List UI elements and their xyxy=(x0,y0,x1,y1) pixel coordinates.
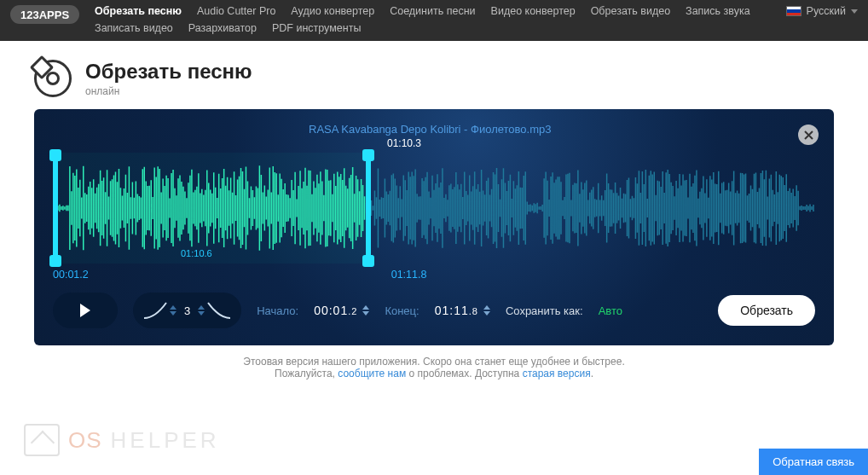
nav-record-video[interactable]: Записать видео xyxy=(95,22,173,34)
playhead-time: 01:10.3 xyxy=(387,137,815,149)
selection-start-handle[interactable] xyxy=(53,153,58,264)
fade-group: 3 xyxy=(133,293,241,328)
report-link[interactable]: сообщите нам xyxy=(338,368,406,379)
nav-audio-converter[interactable]: Аудио конвертер xyxy=(291,5,374,17)
footer-note: Этоовая версия нашего приложения. Скоро … xyxy=(0,356,868,379)
nav-audio-cutter-pro[interactable]: Audio Cutter Pro xyxy=(197,5,275,17)
selection-overlay xyxy=(53,153,366,264)
watermark: OS HELPER xyxy=(24,424,220,456)
nav-cut-song[interactable]: Обрезать песню xyxy=(95,5,182,17)
end-time-stepper[interactable] xyxy=(483,305,490,316)
start-time-field[interactable]: 00:01.2 xyxy=(314,304,369,317)
fade-in-icon[interactable] xyxy=(143,302,167,319)
close-button[interactable] xyxy=(798,125,819,145)
selection-start-time: 00:01.2 xyxy=(53,269,89,281)
close-icon xyxy=(804,130,813,140)
nav-record-audio[interactable]: Запись звука xyxy=(686,5,750,17)
nav-join-songs[interactable]: Соединить песни xyxy=(390,5,475,17)
format-select[interactable]: Авто xyxy=(599,304,622,317)
nav-links: Обрезать песню Audio Cutter Pro Аудио ко… xyxy=(95,5,786,34)
page-header: Обрезать песню онлайн xyxy=(0,41,868,109)
fade-out-icon[interactable] xyxy=(207,302,231,319)
language-label: Русский xyxy=(807,5,846,17)
start-time-stepper[interactable] xyxy=(362,305,369,316)
selection-end-handle[interactable] xyxy=(366,153,371,264)
controls-bar: 3 Начало: 00:01.2 Конец: 01:11.8 Сохрани… xyxy=(53,293,815,328)
page-title: Обрезать песню xyxy=(85,60,252,84)
selection-time-labels: 00:01.2 01:11.8 xyxy=(53,269,815,281)
end-time-field[interactable]: 01:11.8 xyxy=(435,304,490,317)
fade-out-stepper[interactable] xyxy=(198,305,205,316)
play-icon xyxy=(80,304,90,317)
filename-label: RASA Kavabanga Depo Kolibri - Фиолетово.… xyxy=(309,123,551,136)
cursor-icon xyxy=(24,424,60,456)
audio-editor-panel: RASA Kavabanga Depo Kolibri - Фиолетово.… xyxy=(34,109,834,345)
start-field-label: Начало: xyxy=(257,304,298,317)
chevron-down-icon xyxy=(851,9,858,14)
cut-button[interactable]: Обрезать xyxy=(718,295,815,326)
page-subtitle: онлайн xyxy=(85,85,252,97)
nav-video-converter[interactable]: Видео конвертер xyxy=(491,5,576,17)
nav-pdf-tools[interactable]: PDF инструменты xyxy=(272,22,361,34)
flag-icon xyxy=(786,6,801,16)
language-selector[interactable]: Русский xyxy=(786,5,858,17)
old-version-link[interactable]: старая версия xyxy=(523,368,591,379)
feedback-button[interactable]: Обратная связь xyxy=(759,449,868,475)
play-button[interactable] xyxy=(53,293,118,328)
nav-unarchiver[interactable]: Разархиватор xyxy=(188,22,257,34)
save-as-label: Сохранить как: xyxy=(506,304,583,317)
waveform-area[interactable]: 01:10.6 xyxy=(53,153,815,264)
site-logo[interactable]: 123APPS xyxy=(10,5,79,24)
selection-end-time: 01:11.8 xyxy=(391,269,427,281)
fade-in-stepper[interactable] xyxy=(170,305,176,316)
top-navbar: 123APPS Обрезать песню Audio Cutter Pro … xyxy=(0,0,868,41)
fade-seconds: 3 xyxy=(179,304,195,317)
disc-cut-icon xyxy=(34,60,72,97)
nav-trim-video[interactable]: Обрезать видео xyxy=(591,5,670,17)
end-field-label: Конец: xyxy=(385,304,419,317)
timeline-tick: 01:10.6 xyxy=(181,248,212,258)
